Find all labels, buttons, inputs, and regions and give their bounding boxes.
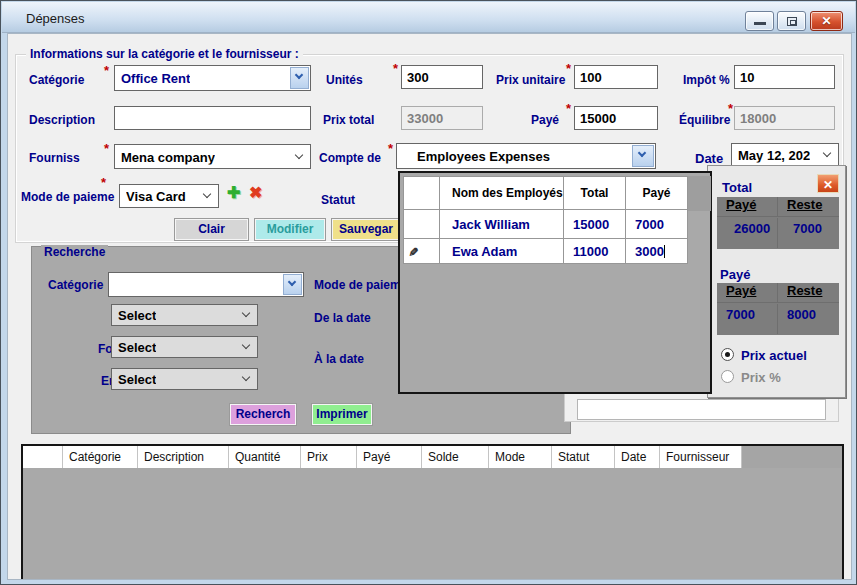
employee-total-cell[interactable]: 15000	[564, 210, 626, 239]
total-paye-value: 26000	[717, 218, 778, 248]
minimize-button[interactable]	[745, 11, 774, 31]
recherche-employe-value: Select	[118, 372, 156, 387]
fourniss-combobox[interactable]: Mena company	[114, 144, 311, 169]
employee-paye-cell[interactable]: 3000	[626, 239, 688, 264]
required-icon	[393, 61, 398, 76]
close-button[interactable]: ✕	[810, 11, 843, 31]
chevron-down-icon[interactable]	[283, 274, 302, 295]
prix-pct-label: Prix %	[741, 370, 781, 385]
categorie-combobox[interactable]: Office Rent	[114, 65, 311, 91]
rechercher-button[interactable]: Recherch	[229, 403, 297, 426]
statut-label: Statut	[321, 193, 355, 207]
notes-field[interactable]	[577, 399, 826, 420]
column-header[interactable]: Fournisseur	[660, 446, 742, 468]
employee-grid: Nom des Employés Total Payé Jack William…	[403, 176, 688, 264]
payment-summary-panel: Total Payé Reste 26000 7000 Payé Payé Re…	[707, 165, 846, 398]
prix-actuel-radio[interactable]	[721, 348, 734, 361]
col-paye-header: Payé	[717, 283, 778, 303]
recherche-fourniss-combobox[interactable]: Select	[111, 336, 258, 358]
chevron-down-icon[interactable]	[290, 67, 309, 89]
grid-paye-header[interactable]: Payé	[626, 177, 688, 210]
row-selector[interactable]	[404, 210, 440, 239]
description-input[interactable]	[114, 106, 311, 130]
modifier-button[interactable]: Modifier	[254, 218, 326, 241]
recherche-statut-combobox[interactable]: Select	[111, 304, 258, 326]
compte-de-combobox[interactable]: Employees Expenses	[396, 143, 656, 169]
impot-input[interactable]	[734, 65, 835, 89]
chevron-down-icon	[242, 341, 250, 349]
unites-input[interactable]	[401, 65, 483, 89]
column-header[interactable]	[23, 446, 63, 468]
required-icon	[104, 63, 109, 78]
required-icon	[566, 101, 571, 116]
window-title: Dépenses	[26, 11, 85, 26]
column-header[interactable]: Statut	[552, 446, 615, 468]
col-paye-header: Payé	[717, 197, 778, 217]
recherche-legend: Recherche	[41, 245, 108, 259]
date-value: May 12, 202	[738, 148, 810, 163]
chevron-down-icon	[242, 309, 250, 317]
summary-paye-title: Payé	[720, 267, 750, 282]
column-header[interactable]: Date	[615, 446, 660, 468]
title-bar[interactable]: Dépenses ✕	[2, 2, 855, 33]
employee-name-cell[interactable]: Jack William	[440, 210, 564, 239]
impot-label: Impôt %	[683, 73, 730, 87]
categorie-value: Office Rent	[121, 71, 190, 86]
employee-payments-popup: Nom des Employés Total Payé Jack William…	[398, 171, 712, 394]
col-reste-header: Reste	[778, 197, 839, 217]
prix-unitaire-input[interactable]	[574, 65, 658, 89]
column-header[interactable]: Mode	[489, 446, 552, 468]
results-table[interactable]: Catégorie Description Quantité Prix Payé…	[21, 444, 844, 579]
header-filler	[742, 446, 842, 468]
sauvegarder-button[interactable]: Sauvegar	[331, 218, 401, 241]
recherche-categorie-combobox[interactable]	[108, 272, 304, 297]
table-row[interactable]: Ewa Adam 11000 3000	[404, 239, 688, 264]
chevron-down-icon[interactable]	[632, 145, 654, 167]
maximize-button[interactable]	[777, 11, 806, 31]
recherche-statut-value: Select	[118, 308, 156, 323]
fourniss-label: Fourniss	[29, 151, 80, 165]
row-selector-header	[404, 177, 440, 210]
total-reste-value: 7000	[778, 218, 839, 248]
equilibre-label: Équilibre	[679, 113, 730, 127]
mode-paiement-value: Visa Card	[126, 189, 186, 204]
grid-total-header[interactable]: Total	[564, 177, 626, 210]
required-icon	[388, 141, 393, 156]
column-header[interactable]: Description	[138, 446, 229, 468]
required-icon	[101, 175, 106, 190]
row-selector[interactable]	[404, 239, 440, 264]
prix-total-input	[401, 106, 483, 130]
employee-paye-cell[interactable]: 7000	[626, 210, 688, 239]
recherche-fourniss-value: Select	[118, 340, 156, 355]
mode-paiement-combobox[interactable]: Visa Card	[119, 184, 219, 208]
recherche-employe-combobox[interactable]: Select	[111, 368, 258, 390]
column-header[interactable]: Catégorie	[63, 446, 138, 468]
imprimer-button[interactable]: Imprimer	[311, 403, 373, 426]
delete-payment-mode-icon[interactable]	[249, 183, 262, 202]
clair-button[interactable]: Clair	[174, 218, 249, 241]
paye-paye-value: 7000	[717, 304, 778, 334]
table-row[interactable]: Jack William 15000 7000	[404, 210, 688, 239]
column-header[interactable]: Payé	[357, 446, 422, 468]
close-summary-icon[interactable]	[817, 174, 839, 193]
grid-header-filler	[687, 176, 711, 211]
recherche-mode-label: Mode de paiem	[314, 278, 399, 292]
unites-label: Unités	[326, 73, 363, 87]
equilibre-input	[734, 106, 835, 130]
paye-reste-value: 8000	[778, 304, 839, 334]
date-picker[interactable]: May 12, 202	[731, 143, 839, 167]
info-groupbox-legend: Informations sur la catégorie et le four…	[26, 47, 303, 61]
add-payment-mode-icon[interactable]	[227, 183, 240, 202]
grid-name-header[interactable]: Nom des Employés	[440, 177, 564, 210]
compte-de-value: Employees Expenses	[417, 149, 550, 164]
minimize-icon	[754, 22, 766, 25]
employee-total-cell[interactable]: 11000	[564, 239, 626, 264]
column-header[interactable]: Quantité	[229, 446, 301, 468]
maximize-icon	[787, 17, 797, 26]
column-header[interactable]: Solde	[422, 446, 489, 468]
employee-name-cell[interactable]: Ewa Adam	[440, 239, 564, 264]
edit-pencil-icon	[408, 244, 418, 259]
paye-input[interactable]	[574, 106, 658, 130]
column-header[interactable]: Prix	[301, 446, 357, 468]
prix-pct-radio[interactable]	[721, 370, 734, 383]
